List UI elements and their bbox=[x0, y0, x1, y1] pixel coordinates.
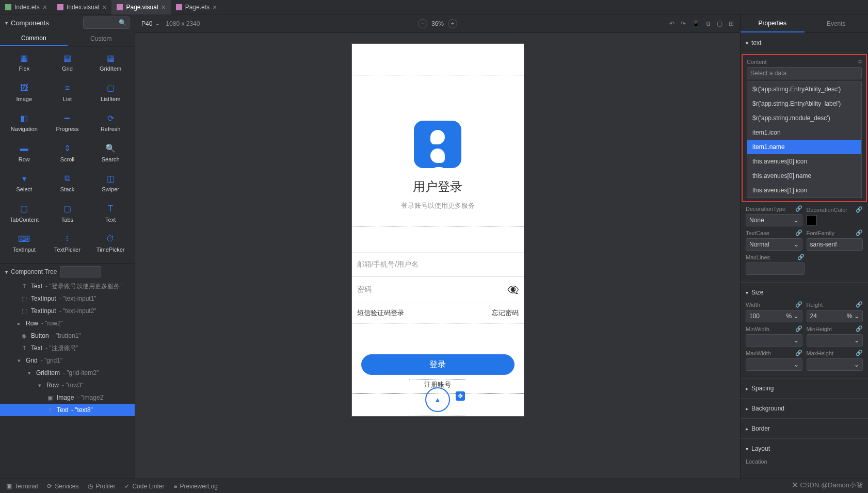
textcase-select[interactable]: Normal⌄ bbox=[746, 238, 802, 251]
data-option[interactable]: $r('app.string.EntryAbility_label') bbox=[747, 96, 861, 111]
link-icon[interactable]: 🔗 bbox=[856, 301, 863, 308]
tab-index-visual[interactable]: Index.visual× bbox=[52, 0, 112, 14]
subtab-common[interactable]: Common bbox=[0, 31, 68, 46]
component-list[interactable]: ≡List bbox=[46, 79, 89, 110]
copy-icon[interactable]: ⧉ bbox=[858, 58, 862, 65]
data-option[interactable]: item1.name bbox=[747, 140, 861, 154]
tree-item-image[interactable]: ▣Image- "image2" bbox=[0, 391, 135, 404]
maxwidth-input[interactable]: ⌄ bbox=[746, 358, 802, 371]
section-spacing[interactable]: ▸Spacing bbox=[746, 383, 863, 394]
zoom-out-button[interactable]: − bbox=[418, 19, 427, 28]
component-textpicker[interactable]: ⫶TextPicker bbox=[46, 230, 89, 260]
link-icon[interactable]: 🔗 bbox=[795, 301, 802, 308]
component-search[interactable]: 🔍Search bbox=[89, 140, 132, 170]
redo-icon[interactable]: ↷ bbox=[681, 20, 686, 27]
link-icon[interactable]: 🔗 bbox=[797, 254, 805, 260]
component-flex[interactable]: ▦Flex bbox=[3, 49, 46, 79]
avenue-icon[interactable]: ▲ bbox=[425, 387, 450, 412]
decorationcolor-swatch[interactable] bbox=[807, 215, 817, 225]
data-option[interactable]: this.avenues[0].icon bbox=[747, 154, 861, 169]
layers-icon[interactable]: ⧉ bbox=[706, 20, 711, 27]
component-listitem[interactable]: ▢ListItem bbox=[89, 79, 132, 110]
data-option[interactable]: this.avenues[1].icon bbox=[747, 183, 861, 198]
forgot-password-link[interactable]: 忘记密码 bbox=[492, 308, 519, 318]
component-image[interactable]: 🖼Image bbox=[3, 79, 46, 110]
tree-item-textinput[interactable]: ⬚TextInput- "text-input2" bbox=[0, 305, 135, 317]
subtab-custom[interactable]: Custom bbox=[68, 31, 135, 46]
link-icon[interactable]: 🔗 bbox=[795, 350, 802, 356]
link-icon[interactable]: 🔗 bbox=[856, 229, 863, 236]
maxheight-input[interactable]: ⌄ bbox=[807, 358, 863, 371]
data-option[interactable]: $r('app.string.module_desc') bbox=[747, 111, 861, 125]
tab-index-ets[interactable]: Index.ets× bbox=[0, 0, 52, 14]
tree-item-griditem[interactable]: ▾GridItem- "grid-item2" bbox=[0, 367, 135, 379]
components-header[interactable]: ▾ Components 🔍 bbox=[0, 14, 135, 31]
minwidth-input[interactable]: ⌄ bbox=[746, 334, 802, 347]
device-icon[interactable]: 📱 bbox=[692, 20, 700, 27]
tab-properties[interactable]: Properties bbox=[741, 14, 805, 32]
email-input[interactable]: 邮箱/手机号/用户名 bbox=[352, 252, 524, 277]
data-option[interactable]: item1.icon bbox=[747, 125, 861, 140]
component-timepicker[interactable]: ⏱TimePicker bbox=[89, 230, 132, 260]
width-input[interactable]: 100% ⌄ bbox=[746, 310, 802, 322]
section-background[interactable]: ▸Background bbox=[746, 403, 863, 414]
data-option[interactable]: this.avenues[0].name bbox=[747, 169, 861, 183]
component-refresh[interactable]: ⟳Refresh bbox=[89, 109, 132, 140]
tree-item-text[interactable]: TText- "登录账号以使用更多服务" bbox=[0, 280, 135, 292]
undo-icon[interactable]: ↶ bbox=[669, 20, 674, 27]
component-stack[interactable]: ⧉Stack bbox=[46, 170, 89, 200]
frame-icon[interactable]: ▢ bbox=[717, 20, 722, 27]
tree-item-text[interactable]: TText- "text8" bbox=[0, 404, 135, 416]
component-grid[interactable]: ▦Grid bbox=[46, 49, 89, 79]
zoom-in-button[interactable]: + bbox=[448, 19, 457, 28]
component-swiper[interactable]: ◫Swiper bbox=[89, 170, 132, 200]
component-tabcontent[interactable]: ▢TabContent bbox=[3, 200, 46, 231]
device-select[interactable]: P40⌄ bbox=[141, 20, 159, 27]
component-row[interactable]: ▬Row bbox=[3, 140, 46, 170]
component-tabs[interactable]: ▢Tabs bbox=[46, 200, 89, 231]
previewerlog-tab[interactable]: ≡PreviewerLog bbox=[173, 483, 217, 490]
login-button[interactable]: 登录 bbox=[361, 354, 515, 375]
component-scroll[interactable]: ⇕Scroll bbox=[46, 140, 89, 170]
section-layout[interactable]: ▾Layout bbox=[746, 443, 863, 454]
fontfamily-input[interactable]: sans-serif bbox=[807, 238, 863, 251]
component-text[interactable]: TText bbox=[89, 200, 132, 231]
tree-item-row[interactable]: ▾Row- "row3" bbox=[0, 379, 135, 391]
services-tab[interactable]: ⟳Services bbox=[47, 483, 78, 490]
decorationtype-select[interactable]: None⌄ bbox=[746, 214, 802, 226]
link-icon[interactable]: 🔗 bbox=[795, 325, 802, 332]
tree-item-grid[interactable]: ▾Grid- "grid1" bbox=[0, 354, 135, 367]
height-input[interactable]: 24% ⌄ bbox=[807, 310, 863, 322]
link-icon[interactable]: 🔗 bbox=[856, 350, 863, 356]
password-input[interactable]: 密码 👁‍🗨 bbox=[352, 277, 524, 303]
component-griditem[interactable]: ▦GridItem bbox=[89, 49, 132, 79]
tree-item-text[interactable]: TText- "注册账号" bbox=[0, 342, 135, 354]
tab-page-visual[interactable]: Page.visual× bbox=[111, 0, 170, 14]
component-select[interactable]: ▾Select bbox=[3, 170, 46, 200]
canvas[interactable]: 用户登录 登录账号以使用更多服务 邮箱/手机号/用户名 密码 👁‍🗨 短信验证码… bbox=[135, 33, 740, 479]
move-handle-icon[interactable]: ✥ bbox=[456, 391, 465, 401]
tab-page-ets[interactable]: Page.ets× bbox=[171, 0, 222, 14]
link-icon[interactable]: 🔗 bbox=[795, 205, 802, 212]
section-size[interactable]: ▾Size bbox=[746, 287, 863, 298]
maxlines-input[interactable] bbox=[746, 262, 805, 275]
tree-item-button[interactable]: ◉Button- "button1" bbox=[0, 330, 135, 342]
codelinter-tab[interactable]: ✓Code Linter bbox=[124, 483, 164, 490]
link-icon[interactable]: 🔗 bbox=[856, 325, 863, 332]
terminal-tab[interactable]: ▣Terminal bbox=[6, 483, 38, 490]
tree-item-row[interactable]: ▸Row- "row2" bbox=[0, 317, 135, 330]
eye-off-icon[interactable]: 👁‍🗨 bbox=[507, 284, 519, 295]
section-text[interactable]: ▾text bbox=[746, 37, 863, 48]
grid-icon[interactable]: ⊞ bbox=[729, 20, 734, 27]
profiler-tab[interactable]: ◷Profiler bbox=[88, 483, 115, 490]
tree-header[interactable]: ▾ Component Tree bbox=[0, 264, 135, 280]
link-icon[interactable]: 🔗 bbox=[856, 206, 863, 213]
tree-item-textinput[interactable]: ⬚TextInput- "text-input1" bbox=[0, 292, 135, 305]
minheight-input[interactable]: ⌄ bbox=[807, 334, 863, 347]
section-border[interactable]: ▸Border bbox=[746, 423, 863, 434]
components-search[interactable]: 🔍 bbox=[83, 17, 130, 29]
link-icon[interactable]: 🔗 bbox=[795, 229, 802, 236]
component-progress[interactable]: ━Progress bbox=[46, 109, 89, 140]
content-select[interactable]: Select a data bbox=[747, 67, 862, 79]
component-navigation[interactable]: ◧Navigation bbox=[3, 109, 46, 140]
